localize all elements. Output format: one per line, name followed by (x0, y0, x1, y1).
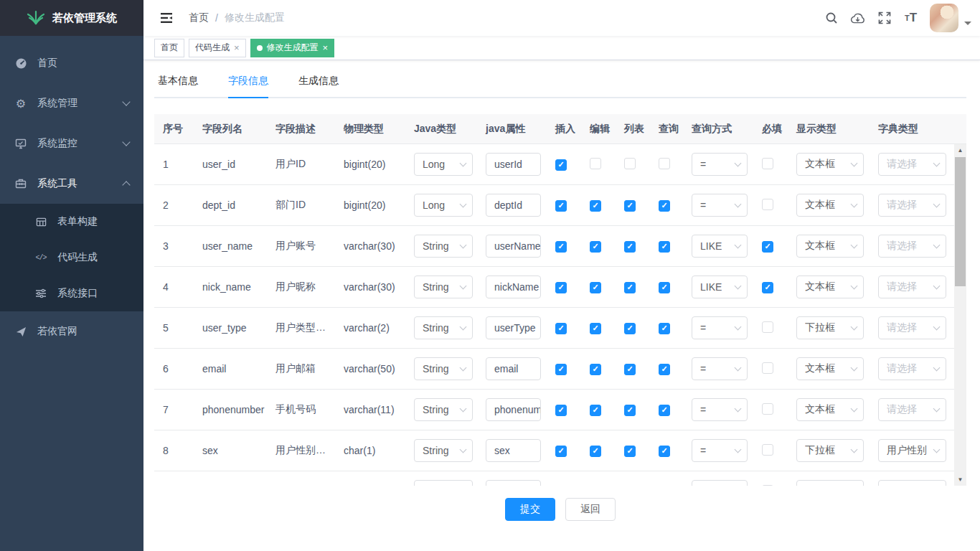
query_type-select[interactable]: = (692, 398, 748, 421)
back-button[interactable]: 返回 (565, 498, 616, 521)
query_type-select[interactable]: = (692, 153, 748, 176)
insert-checkbox[interactable] (555, 282, 567, 293)
sidebar-toggle-icon[interactable] (154, 0, 179, 36)
query-checkbox[interactable] (659, 241, 670, 253)
tag-code-gen[interactable]: 代码生成 × (189, 39, 246, 57)
required-checkbox[interactable] (762, 199, 773, 210)
html_type-select[interactable]: 文本框 (796, 398, 864, 421)
required-checkbox[interactable] (762, 444, 773, 456)
query-checkbox[interactable] (659, 323, 670, 334)
java_field-input[interactable]: nickName (486, 276, 541, 298)
list-checkbox[interactable] (624, 241, 636, 253)
required-checkbox[interactable] (762, 362, 773, 374)
html_type-select[interactable]: 文本框 (796, 153, 864, 176)
fullscreen-icon[interactable] (871, 0, 897, 36)
edit-checkbox[interactable] (590, 364, 601, 375)
dict_type-select[interactable]: 请选择 (878, 153, 946, 176)
dict_type-select[interactable]: 请选择 (878, 194, 946, 217)
query-checkbox[interactable] (659, 158, 670, 169)
query-checkbox[interactable] (659, 282, 670, 293)
insert-checkbox[interactable] (555, 159, 567, 171)
required-checkbox[interactable] (762, 282, 773, 293)
close-icon[interactable]: × (234, 43, 240, 52)
user-menu[interactable] (930, 4, 971, 32)
tag-edit-gen-config[interactable]: 修改生成配置 × (250, 39, 335, 57)
dict_type-select[interactable]: 请选择 (878, 316, 946, 339)
sidebar-item-form-builder[interactable]: 表单构建 (0, 204, 143, 240)
dict_type-select[interactable]: 请选择 (878, 276, 946, 298)
html_type-select[interactable]: 文本框 (796, 276, 864, 298)
tab-basic-info[interactable]: 基本信息 (158, 75, 198, 97)
java_field-input[interactable]: avatar (486, 480, 541, 486)
query_type-select[interactable]: = (692, 439, 748, 462)
list-checkbox[interactable] (624, 282, 636, 293)
html_type-select[interactable]: 文本框 (796, 357, 864, 380)
java_type-select[interactable]: String (414, 316, 473, 339)
query-checkbox[interactable] (659, 446, 670, 457)
scrollbar-up-arrow[interactable]: ▲ (954, 144, 966, 156)
query_type-select[interactable]: = (692, 194, 748, 217)
edit-checkbox[interactable] (590, 200, 601, 212)
edit-checkbox[interactable] (590, 158, 601, 169)
dict_type-select[interactable]: 用户性别 (878, 439, 946, 462)
list-checkbox[interactable] (624, 323, 636, 334)
insert-checkbox[interactable] (555, 241, 567, 253)
html_type-select[interactable]: 下拉框 (796, 316, 864, 339)
submit-button[interactable]: 提交 (505, 498, 555, 521)
list-checkbox[interactable] (624, 405, 636, 416)
query_type-select[interactable]: = (692, 480, 748, 486)
sidebar-item-official-site[interactable]: 若依官网 (0, 311, 143, 352)
insert-checkbox[interactable] (555, 405, 567, 416)
breadcrumb-home[interactable]: 首页 (189, 11, 209, 24)
tab-field-info[interactable]: 字段信息 (228, 75, 268, 97)
html_type-select[interactable]: 下拉框 (796, 439, 864, 462)
sidebar-item-system-api[interactable]: 系统接口 (0, 276, 143, 311)
vertical-scrollbar[interactable]: ▲ ▼ (954, 144, 966, 486)
java_field-input[interactable]: email (486, 357, 541, 380)
html_type-select[interactable]: 文本框 (796, 480, 864, 486)
sidebar-item-system-tools[interactable]: 系统工具 (0, 164, 143, 204)
java_field-input[interactable]: sex (486, 439, 541, 462)
cloud-download-icon[interactable] (844, 0, 871, 36)
edit-checkbox[interactable] (590, 241, 601, 253)
edit-checkbox[interactable] (590, 323, 601, 334)
java_field-input[interactable]: userName (486, 235, 541, 258)
close-icon[interactable]: × (323, 43, 329, 52)
avatar[interactable] (930, 4, 958, 32)
insert-checkbox[interactable] (555, 364, 567, 375)
list-checkbox[interactable] (624, 158, 636, 169)
query_type-select[interactable]: = (692, 357, 748, 380)
edit-checkbox[interactable] (590, 446, 601, 457)
query_type-select[interactable]: LIKE (692, 235, 748, 258)
list-checkbox[interactable] (624, 200, 636, 212)
sidebar-item-system-manage[interactable]: ⚙ 系统管理 (0, 83, 143, 123)
java_type-select[interactable]: String (414, 439, 473, 462)
search-icon[interactable] (818, 0, 844, 36)
java_type-select[interactable]: Long (414, 194, 473, 217)
insert-checkbox[interactable] (555, 200, 567, 212)
query_type-select[interactable]: LIKE (692, 276, 748, 298)
java_field-input[interactable]: userId (486, 153, 541, 176)
required-checkbox[interactable] (762, 321, 773, 333)
java_type-select[interactable]: String (414, 276, 473, 298)
required-checkbox[interactable] (762, 485, 773, 486)
java_field-input[interactable]: phonenumber (486, 398, 541, 421)
java_type-select[interactable]: String (414, 235, 473, 258)
html_type-select[interactable]: 文本框 (796, 194, 864, 217)
list-checkbox[interactable] (624, 364, 636, 375)
insert-checkbox[interactable] (555, 446, 567, 457)
tab-gen-info[interactable]: 生成信息 (298, 75, 339, 97)
required-checkbox[interactable] (762, 241, 773, 253)
dict_type-select[interactable]: 请选择 (878, 398, 946, 421)
query-checkbox[interactable] (659, 405, 670, 416)
list-checkbox[interactable] (624, 446, 636, 457)
insert-checkbox[interactable] (555, 323, 567, 334)
query_type-select[interactable]: = (692, 316, 748, 339)
scrollbar-thumb[interactable] (955, 157, 966, 286)
sidebar-item-home[interactable]: 首页 (0, 43, 143, 83)
java_type-select[interactable]: String (414, 357, 473, 380)
dict_type-select[interactable]: 请选择 (878, 235, 946, 258)
tag-home[interactable]: 首页 (154, 39, 184, 57)
scrollbar-down-arrow[interactable]: ▼ (954, 474, 966, 486)
html_type-select[interactable]: 文本框 (796, 235, 864, 258)
